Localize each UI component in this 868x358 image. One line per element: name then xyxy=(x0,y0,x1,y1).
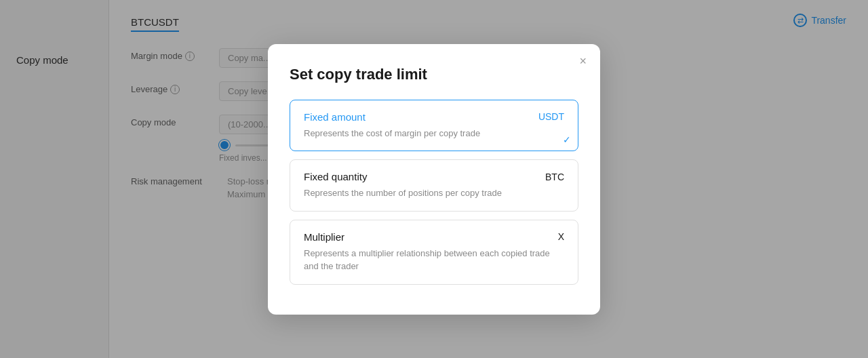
modal-overlay: × Set copy trade limit Fixed amount USDT… xyxy=(0,0,868,358)
option-fixed-quantity-unit: BTC xyxy=(545,172,564,182)
option-multiplier-name: Multiplier xyxy=(304,231,344,243)
option-fixed-amount[interactable]: Fixed amount USDT Represents the cost of… xyxy=(290,100,578,152)
option-fixed-quantity-name: Fixed quantity xyxy=(304,171,367,182)
modal-title: Set copy trade limit xyxy=(290,66,578,83)
option-fixed-amount-desc: Represents the cost of margin per copy t… xyxy=(304,127,564,140)
option-fixed-quantity-desc: Represents the number of positions per c… xyxy=(304,186,564,200)
option-fixed-amount-checkmark: ✓ xyxy=(563,134,571,145)
option-multiplier-unit: X xyxy=(558,231,564,242)
option-fixed-quantity-header: Fixed quantity BTC xyxy=(304,171,564,182)
option-fixed-quantity[interactable]: Fixed quantity BTC Represents the number… xyxy=(290,159,578,212)
modal: × Set copy trade limit Fixed amount USDT… xyxy=(268,44,600,315)
option-fixed-amount-header: Fixed amount USDT xyxy=(304,111,564,123)
option-multiplier-header: Multiplier X xyxy=(304,231,564,243)
option-multiplier-desc: Represents a multiplier relationship bet… xyxy=(304,247,564,273)
option-fixed-amount-unit: USDT xyxy=(538,111,564,122)
option-multiplier[interactable]: Multiplier X Represents a multiplier rel… xyxy=(290,220,578,285)
option-fixed-amount-name: Fixed amount xyxy=(304,111,366,123)
modal-close-button[interactable]: × xyxy=(579,55,587,67)
